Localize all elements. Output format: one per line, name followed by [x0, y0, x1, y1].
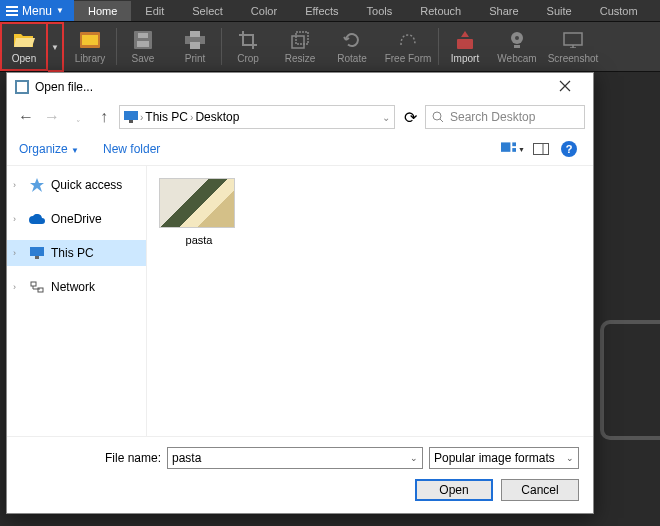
arrow-right-icon: →	[44, 108, 60, 126]
tab-home[interactable]: Home	[74, 1, 131, 21]
library-button[interactable]: Library	[64, 22, 116, 71]
organize-button[interactable]: Organize ▼	[19, 142, 79, 156]
tab-custom[interactable]: Custom	[586, 1, 652, 21]
webcam-button[interactable]: Webcam	[491, 22, 543, 71]
folder-open-icon	[13, 29, 35, 51]
rotate-button[interactable]: Rotate	[326, 22, 378, 71]
nav-sidebar: › Quick access › OneDrive › This PC › Ne…	[7, 166, 147, 436]
view-mode-button[interactable]: ▼	[501, 139, 525, 159]
svg-rect-13	[457, 39, 473, 49]
filetype-filter[interactable]: Popular image formats ⌄	[429, 447, 579, 469]
print-label: Print	[185, 53, 206, 64]
svg-rect-9	[190, 31, 200, 37]
files-pane[interactable]: pasta	[147, 166, 593, 436]
arrow-left-icon: ←	[18, 108, 34, 126]
search-input[interactable]: Search Desktop	[425, 105, 585, 129]
search-placeholder: Search Desktop	[450, 110, 535, 124]
path-seg-desktop[interactable]: Desktop	[195, 110, 239, 124]
chevron-right-icon: ›	[13, 282, 23, 292]
refresh-button[interactable]: ⟳	[399, 108, 421, 127]
back-button[interactable]: ←	[15, 106, 37, 128]
freeform-icon	[397, 29, 419, 51]
svg-rect-25	[512, 148, 516, 152]
help-icon: ?	[561, 141, 577, 157]
screenshot-button[interactable]: Screenshot	[543, 22, 603, 71]
svg-rect-23	[501, 142, 510, 151]
open-button[interactable]: Open	[0, 22, 48, 71]
tab-retouch[interactable]: Retouch	[406, 1, 475, 21]
import-button[interactable]: Import	[439, 22, 491, 71]
tab-suite[interactable]: Suite	[533, 1, 586, 21]
app-icon	[15, 80, 29, 94]
resize-label: Resize	[285, 53, 316, 64]
file-item[interactable]: pasta	[159, 178, 239, 246]
svg-text:?: ?	[566, 143, 573, 155]
nav-onedrive[interactable]: › OneDrive	[7, 206, 146, 232]
tab-color[interactable]: Color	[237, 1, 291, 21]
chevron-down-icon: ▼	[518, 146, 525, 153]
nav-quick-access[interactable]: › Quick access	[7, 172, 146, 198]
resize-icon	[289, 29, 311, 51]
up-button[interactable]: ↑	[93, 106, 115, 128]
open-confirm-button[interactable]: Open	[415, 479, 493, 501]
file-label: pasta	[159, 234, 239, 246]
cancel-button[interactable]: Cancel	[501, 479, 579, 501]
tab-share[interactable]: Share	[475, 1, 532, 21]
print-icon	[184, 29, 206, 51]
address-bar[interactable]: › This PC › Desktop ⌄	[119, 105, 395, 129]
save-button[interactable]: Save	[117, 22, 169, 71]
resize-button[interactable]: Resize	[274, 22, 326, 71]
tab-tools[interactable]: Tools	[353, 1, 407, 21]
menu-button[interactable]: Menu ▼	[0, 0, 74, 21]
svg-rect-2	[6, 14, 18, 16]
svg-rect-26	[534, 144, 549, 155]
filter-value: Popular image formats	[434, 451, 555, 465]
cloud-icon	[29, 211, 45, 227]
network-icon	[29, 279, 45, 295]
filename-value: pasta	[172, 451, 201, 465]
svg-rect-11	[292, 36, 304, 48]
screenshot-icon	[562, 29, 584, 51]
svg-rect-4	[82, 35, 98, 45]
import-label: Import	[451, 53, 479, 64]
svg-rect-31	[35, 256, 39, 259]
open-dropdown[interactable]: ▼	[48, 22, 64, 72]
new-folder-button[interactable]: New folder	[103, 142, 160, 156]
print-button[interactable]: Print	[169, 22, 221, 71]
nav-row: ← → ˬ ↑ › This PC › Desktop ⌄ ⟳ Search D…	[7, 101, 593, 133]
nav-this-pc[interactable]: › This PC	[7, 240, 146, 266]
hamburger-icon	[6, 6, 18, 16]
svg-rect-21	[129, 120, 133, 123]
nav-label: Network	[51, 280, 95, 294]
file-thumbnail	[159, 178, 235, 228]
menu-label: Menu	[22, 4, 52, 18]
preview-pane-button[interactable]	[529, 139, 553, 159]
path-seg-thispc[interactable]: This PC	[145, 110, 188, 124]
chevron-down-icon[interactable]: ⌄	[382, 112, 390, 123]
tab-select[interactable]: Select	[178, 1, 237, 21]
filename-input[interactable]: pasta ⌄	[167, 447, 423, 469]
chevron-down-icon[interactable]: ⌄	[566, 453, 574, 463]
forward-button[interactable]: →	[41, 106, 63, 128]
svg-rect-17	[564, 33, 582, 45]
chevron-down-icon[interactable]: ⌄	[410, 453, 418, 463]
svg-rect-24	[512, 142, 516, 146]
help-button[interactable]: ?	[557, 139, 581, 159]
crop-button[interactable]: Crop	[222, 22, 274, 71]
recent-dropdown[interactable]: ˬ	[67, 106, 89, 128]
svg-point-22	[433, 112, 441, 120]
freeform-button[interactable]: Free Form	[378, 22, 438, 71]
nav-label: Quick access	[51, 178, 122, 192]
svg-rect-1	[6, 10, 18, 12]
close-button[interactable]	[545, 79, 585, 95]
tab-edit[interactable]: Edit	[131, 1, 178, 21]
nav-network[interactable]: › Network	[7, 274, 146, 300]
ribbon: Open ▼ Library Save Print Crop Resize Ro…	[0, 22, 660, 72]
tab-effects[interactable]: Effects	[291, 1, 352, 21]
svg-rect-30	[30, 247, 44, 256]
thumbnails-icon	[501, 142, 516, 156]
dialog-footer: File name: pasta ⌄ Popular image formats…	[7, 436, 593, 513]
library-icon	[79, 29, 101, 51]
monitor-icon	[124, 111, 138, 123]
svg-rect-16	[514, 45, 520, 48]
